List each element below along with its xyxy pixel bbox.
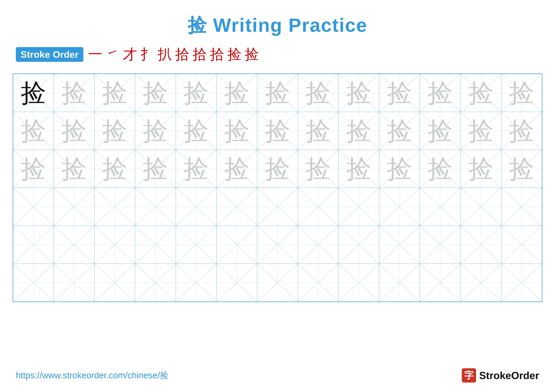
grid-cell[interactable]: 捡: [501, 150, 542, 188]
grid-cell[interactable]: 捡: [420, 150, 460, 188]
grid-cell[interactable]: 捡: [176, 112, 216, 150]
grid-cell-empty[interactable]: [176, 264, 216, 302]
page-title: 捡 Writing Practice: [0, 0, 555, 38]
grid-cell[interactable]: 捡: [339, 150, 379, 188]
grid-cell-empty[interactable]: [379, 226, 420, 264]
grid-cell[interactable]: 捡: [13, 112, 54, 150]
char-faded: 捡: [143, 156, 168, 182]
grid-cell-empty[interactable]: [216, 264, 257, 302]
grid-cell[interactable]: 捡: [216, 112, 257, 150]
grid-cell[interactable]: 捡: [298, 112, 338, 150]
stroke-order-badge: Stroke Order: [16, 47, 83, 62]
grid-cell-empty[interactable]: [13, 264, 54, 302]
grid-cell-empty[interactable]: [339, 264, 379, 302]
char-faded: 捡: [468, 156, 494, 182]
grid-cell-empty[interactable]: [216, 188, 257, 226]
grid-cell[interactable]: 捡: [176, 150, 216, 188]
grid-cell[interactable]: 捡: [339, 112, 379, 150]
grid-table: 捡 捡 捡 捡 捡 捡 捡 捡 捡 捡 捡 捡 捡 捡 捡 捡 捡 捡 捡 捡 …: [13, 74, 542, 302]
grid-cell-empty[interactable]: [379, 188, 420, 226]
grid-cell[interactable]: 捡: [216, 150, 257, 188]
char-faded: 捡: [224, 80, 249, 106]
grid-cell-empty[interactable]: [135, 188, 176, 226]
grid-cell-empty[interactable]: [95, 226, 135, 264]
grid-cell[interactable]: 捡: [420, 74, 460, 112]
char-faded: 捡: [387, 156, 412, 182]
grid-cell[interactable]: 捡: [54, 112, 95, 150]
grid-cell-empty[interactable]: [460, 226, 501, 264]
grid-cell-empty[interactable]: [257, 264, 298, 302]
grid-cell-empty[interactable]: [420, 188, 460, 226]
stroke-7: 拾: [193, 45, 207, 64]
grid-cell-empty[interactable]: [54, 264, 95, 302]
grid-row-3: 捡 捡 捡 捡 捡 捡 捡 捡 捡 捡 捡 捡 捡: [13, 150, 542, 188]
grid-cell[interactable]: 捡: [379, 112, 420, 150]
stroke-3: 才: [123, 45, 137, 64]
grid-cell[interactable]: 捡: [95, 150, 135, 188]
grid-cell[interactable]: 捡: [13, 74, 54, 112]
grid-cell-empty[interactable]: [339, 226, 379, 264]
grid-row-2: 捡 捡 捡 捡 捡 捡 捡 捡 捡 捡 捡 捡 捡: [13, 112, 542, 150]
grid-cell[interactable]: 捡: [135, 112, 176, 150]
grid-cell[interactable]: 捡: [298, 74, 338, 112]
footer-logo: 字 StrokeOrder: [462, 368, 539, 383]
grid-cell-empty[interactable]: [13, 188, 54, 226]
grid-cell-empty[interactable]: [501, 264, 542, 302]
grid-cell-empty[interactable]: [54, 188, 95, 226]
grid-cell[interactable]: 捡: [257, 112, 298, 150]
grid-cell-empty[interactable]: [420, 264, 460, 302]
grid-cell[interactable]: 捡: [95, 112, 135, 150]
grid-cell[interactable]: 捡: [257, 74, 298, 112]
stroke-4: 扌: [140, 45, 154, 64]
grid-cell-empty[interactable]: [298, 188, 338, 226]
grid-cell-empty[interactable]: [54, 226, 95, 264]
logo-icon: 字: [462, 368, 476, 383]
grid-cell[interactable]: 捡: [460, 150, 501, 188]
grid-cell-empty[interactable]: [135, 226, 176, 264]
char-faded: 捡: [183, 156, 209, 182]
grid-cell[interactable]: 捡: [460, 74, 501, 112]
grid-cell[interactable]: 捡: [501, 74, 542, 112]
grid-cell-empty[interactable]: [460, 188, 501, 226]
char-faded: 捡: [265, 156, 290, 182]
grid-cell-empty[interactable]: [501, 188, 542, 226]
grid-cell[interactable]: 捡: [135, 74, 176, 112]
grid-cell[interactable]: 捡: [13, 150, 54, 188]
grid-cell[interactable]: 捡: [176, 74, 216, 112]
grid-cell-empty[interactable]: [95, 188, 135, 226]
grid-cell-empty[interactable]: [135, 264, 176, 302]
grid-cell[interactable]: 捡: [54, 150, 95, 188]
grid-cell[interactable]: 捡: [54, 74, 95, 112]
grid-cell[interactable]: 捡: [135, 150, 176, 188]
char-faded: 捡: [143, 118, 168, 143]
grid-cell[interactable]: 捡: [420, 112, 460, 150]
grid-cell-empty[interactable]: [420, 226, 460, 264]
grid-cell[interactable]: 捡: [379, 150, 420, 188]
grid-cell-empty[interactable]: [501, 226, 542, 264]
grid-cell-empty[interactable]: [176, 188, 216, 226]
char-faded: 捡: [346, 156, 372, 182]
grid-cell[interactable]: 捡: [257, 150, 298, 188]
grid-cell[interactable]: 捡: [216, 74, 257, 112]
grid-cell-empty[interactable]: [95, 264, 135, 302]
char-faded: 捡: [387, 118, 412, 143]
grid-cell-empty[interactable]: [257, 188, 298, 226]
grid-cell-empty[interactable]: [13, 226, 54, 264]
char-faded: 捡: [509, 118, 534, 143]
grid-cell-empty[interactable]: [339, 188, 379, 226]
grid-cell-empty[interactable]: [298, 226, 338, 264]
grid-cell-empty[interactable]: [298, 264, 338, 302]
grid-cell-empty[interactable]: [176, 226, 216, 264]
grid-cell[interactable]: 捡: [379, 74, 420, 112]
char-faded: 捡: [61, 118, 87, 143]
logo-text: StrokeOrder: [479, 370, 539, 381]
grid-cell[interactable]: 捡: [501, 112, 542, 150]
grid-cell-empty[interactable]: [379, 264, 420, 302]
grid-cell-empty[interactable]: [460, 264, 501, 302]
grid-cell-empty[interactable]: [216, 226, 257, 264]
grid-cell[interactable]: 捡: [339, 74, 379, 112]
grid-cell[interactable]: 捡: [460, 112, 501, 150]
grid-cell-empty[interactable]: [257, 226, 298, 264]
grid-cell[interactable]: 捡: [298, 150, 338, 188]
grid-cell[interactable]: 捡: [95, 74, 135, 112]
